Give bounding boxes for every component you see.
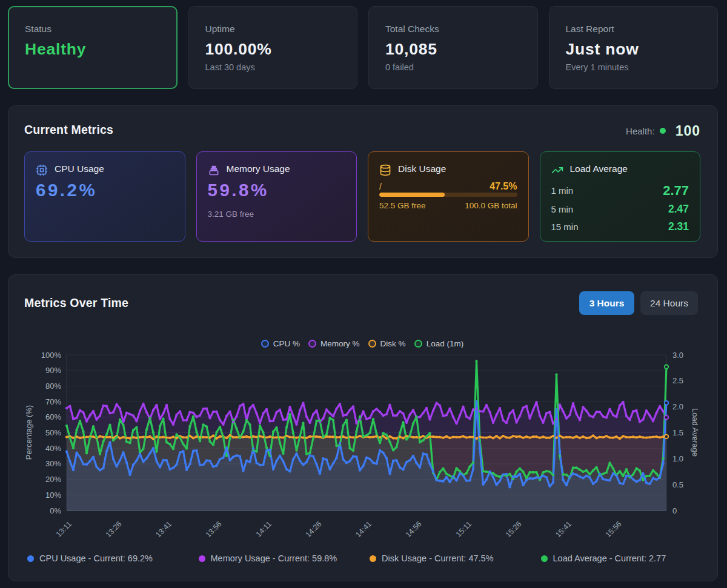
svg-text:14:56: 14:56 xyxy=(404,520,423,539)
svg-text:60%: 60% xyxy=(45,412,61,421)
svg-text:15:11: 15:11 xyxy=(454,520,473,538)
svg-text:70%: 70% xyxy=(45,397,61,406)
svg-text:0%: 0% xyxy=(50,506,61,515)
svg-text:1.5: 1.5 xyxy=(672,428,683,437)
svg-text:10%: 10% xyxy=(45,491,61,500)
svg-text:14:26: 14:26 xyxy=(304,520,324,539)
svg-text:13:41: 13:41 xyxy=(154,520,173,539)
svg-text:Percentage (%): Percentage (%) xyxy=(24,405,33,460)
svg-text:2.0: 2.0 xyxy=(672,402,683,411)
svg-text:2.5: 2.5 xyxy=(672,376,683,385)
svg-text:50%: 50% xyxy=(45,428,61,437)
svg-text:14:41: 14:41 xyxy=(354,520,373,539)
svg-text:20%: 20% xyxy=(45,475,61,484)
svg-text:15:41: 15:41 xyxy=(554,520,573,539)
svg-text:13:56: 13:56 xyxy=(204,520,224,539)
svg-text:90%: 90% xyxy=(45,366,61,375)
svg-text:0.5: 0.5 xyxy=(672,480,683,489)
svg-text:0: 0 xyxy=(672,506,677,515)
svg-text:14:11: 14:11 xyxy=(254,520,273,538)
svg-text:30%: 30% xyxy=(45,459,61,468)
svg-text:3.0: 3.0 xyxy=(672,351,683,360)
svg-text:80%: 80% xyxy=(45,382,61,391)
svg-text:100%: 100% xyxy=(41,351,62,360)
svg-text:Load Average: Load Average xyxy=(691,408,700,457)
svg-text:13:11: 13:11 xyxy=(55,520,73,538)
svg-text:15:26: 15:26 xyxy=(504,520,523,539)
svg-text:40%: 40% xyxy=(45,444,61,453)
svg-text:13:26: 13:26 xyxy=(104,520,124,539)
svg-text:1.0: 1.0 xyxy=(672,454,683,463)
svg-text:15:56: 15:56 xyxy=(604,520,623,539)
